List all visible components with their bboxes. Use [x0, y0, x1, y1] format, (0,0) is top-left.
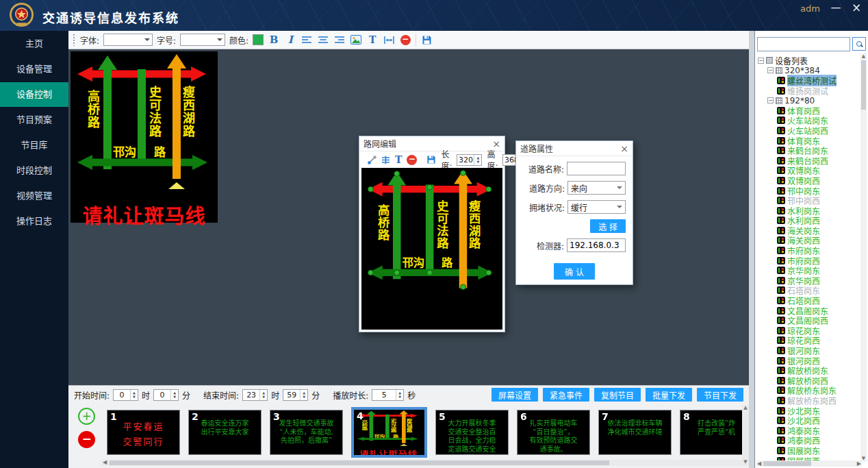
spinner-down-icon[interactable]: ▼: [303, 395, 305, 399]
color-swatch[interactable]: [253, 34, 264, 45]
dialog-titlebar[interactable]: 道路属性 ×: [516, 141, 633, 156]
close-icon[interactable]: ×: [620, 143, 628, 154]
tree-device-item[interactable]: 市府岗东: [756, 245, 860, 256]
tree-root-device-list[interactable]: −设备列表: [756, 56, 860, 66]
align-center-icon[interactable]: [317, 34, 329, 46]
spinner-down-icon[interactable]: ▼: [133, 395, 136, 399]
sidebar-item-1[interactable]: 设备管理: [0, 57, 68, 82]
tree-device-item[interactable]: 火车站岗东: [756, 116, 860, 126]
delete-element-icon[interactable]: −: [399, 34, 411, 46]
congestion-select[interactable]: 缓行: [567, 200, 626, 214]
tree-device-item[interactable]: 文昌阁岗东: [756, 306, 860, 316]
scroll-up-icon[interactable]: ▲: [743, 405, 747, 410]
remove-program-button[interactable]: −: [78, 431, 95, 448]
tree-device-item[interactable]: 邗中岗东: [756, 186, 860, 196]
tree-device-item[interactable]: 京华岗西: [756, 275, 860, 286]
playlist-item-7[interactable]: 7依法治理非标车辆净化城市交通环境: [598, 410, 672, 455]
tree-device-item[interactable]: 解放桥东岗东: [756, 386, 860, 396]
tree-device-item[interactable]: 琼花岗西: [756, 336, 860, 346]
scrollbar-thumb[interactable]: [763, 461, 811, 466]
workspace-vertical-scrollbar[interactable]: [749, 31, 754, 468]
insert-image-icon[interactable]: [350, 34, 362, 46]
save-icon[interactable]: [426, 153, 436, 166]
tree-device-item[interactable]: 体育岗东: [756, 136, 860, 146]
scroll-left-icon[interactable]: ◀: [757, 460, 761, 467]
tree-device-item[interactable]: 国展岗东: [756, 445, 860, 456]
scroll-down-icon[interactable]: ▼: [742, 459, 749, 465]
cross-road-icon[interactable]: [381, 153, 390, 166]
tree-group-192*80[interactable]: −192*80: [756, 95, 860, 106]
duration-spinner[interactable]: 5▲▼: [372, 389, 404, 401]
italic-button[interactable]: I: [284, 34, 296, 46]
logged-in-user[interactable]: adm: [800, 3, 820, 14]
spacing-icon[interactable]: [383, 34, 395, 46]
font-size-select[interactable]: [180, 34, 225, 46]
align-left-icon[interactable]: [301, 34, 313, 46]
tree-device-item[interactable]: 海关岗西: [756, 236, 860, 246]
editable-road-network[interactable]: 高桥路 史可法路 瘦西湖路 邗沟 路: [361, 168, 502, 330]
text-tool-button[interactable]: T: [366, 34, 379, 46]
dialog-titlebar[interactable]: 路网编辑 ×: [359, 136, 505, 151]
sidebar-item-2[interactable]: 设备控制: [0, 82, 68, 107]
tree-device-item[interactable]: 来鹤台岗西: [756, 156, 860, 166]
tree-device-item[interactable]: 石塔岗西: [756, 295, 860, 306]
scroll-right-icon[interactable]: ▶: [857, 460, 861, 467]
sidebar-item-0[interactable]: 主页: [0, 32, 68, 56]
tree-device-item[interactable]: 水利岗东: [756, 206, 860, 216]
tree-device-item[interactable]: 双博岗西: [756, 175, 860, 186]
action-button[interactable]: 紧急事件: [543, 388, 589, 402]
action-button[interactable]: 屏幕设置: [492, 388, 538, 402]
tree-horizontal-scrollbar[interactable]: ◀ ▶: [756, 460, 862, 467]
tree-device-item[interactable]: 沙北岗西: [756, 415, 860, 426]
playlist-item-5[interactable]: 5大力开展秋冬季交通安全整治百日会战，全力稳定道路交通安全形势！: [435, 410, 509, 455]
tree-device-item[interactable]: 鸿泰岗西: [756, 436, 860, 446]
tree-device-item[interactable]: 维扬岗测试: [756, 86, 860, 96]
tree-device-item[interactable]: 沙北岗东: [756, 406, 860, 416]
sidebar-item-5[interactable]: 时段控制: [0, 158, 68, 183]
confirm-button[interactable]: 确 认: [554, 263, 595, 280]
tree-expand-toggle[interactable]: −: [767, 97, 774, 103]
sidebar-item-7[interactable]: 操作日志: [0, 209, 68, 234]
toolbar-grip[interactable]: [73, 34, 76, 46]
end-minute-spinner[interactable]: 59▲▼: [283, 389, 308, 401]
delete-element-icon[interactable]: −: [407, 153, 417, 166]
tree-device-item[interactable]: 解放桥东岗西: [756, 395, 860, 406]
playlist-vertical-scrollbar[interactable]: ▲ ▼: [742, 405, 749, 465]
tree-device-item[interactable]: 火车站岗西: [756, 125, 860, 136]
playlist-horizontal-scrollbar[interactable]: ◀ ▶: [101, 460, 810, 466]
tree-device-item[interactable]: 水利岗西: [756, 216, 860, 226]
network-edit-canvas[interactable]: 高桥路 史可法路 瘦西湖路 邗沟 路: [361, 168, 502, 330]
draw-road-icon[interactable]: [368, 153, 376, 166]
spinner-down-icon[interactable]: ▼: [477, 160, 480, 164]
tree-device-item[interactable]: 螺丝湾桥测试: [756, 75, 860, 86]
save-icon[interactable]: [420, 34, 433, 46]
tree-device-item[interactable]: 鸿泰岗东: [756, 426, 860, 436]
tree-device-item[interactable]: 解放桥岗东: [756, 365, 860, 375]
action-button[interactable]: 批量下发: [646, 388, 692, 402]
bold-button[interactable]: B: [268, 34, 280, 46]
length-spinner[interactable]: 320 ▲▼: [457, 154, 482, 166]
playlist-item-3[interactable]: 3发生轻微交通事故“人未伤，车能动,先拍照，后撤离”: [270, 410, 343, 455]
sidebar-item-4[interactable]: 节目库: [0, 133, 68, 158]
tree-device-item[interactable]: 琼花岗东: [756, 325, 860, 336]
end-hour-spinner[interactable]: 23▲▼: [242, 389, 268, 401]
start-minute-spinner[interactable]: 0▲▼: [153, 389, 179, 401]
playlist-item-1[interactable]: 1平安春运交警同行: [107, 410, 180, 455]
font-family-select[interactable]: [103, 34, 153, 46]
scrollbar-thumb[interactable]: [861, 60, 866, 110]
tree-device-item[interactable]: 市府岗西: [756, 256, 860, 266]
playlist-item-6[interactable]: 6扎实开展电动车“百日整治”，有效预防道路交通事故。: [517, 410, 590, 455]
led-sign-preview[interactable]: 高桥路 史可法路 瘦西湖路 邗沟 路 请礼让斑马线: [71, 51, 218, 223]
detector-ip-input[interactable]: [567, 238, 626, 252]
tree-device-item[interactable]: 银河岗东: [756, 345, 860, 356]
sidebar-item-3[interactable]: 节目预案: [0, 108, 68, 132]
tree-device-item[interactable]: 石塔岗东: [756, 286, 860, 296]
device-search-input[interactable]: [757, 37, 850, 51]
playlist-item-4[interactable]: 4 高桥路 史可法路 瘦西湖路 邗沟 路 请礼让斑马线: [351, 407, 427, 458]
scroll-up-icon[interactable]: ▲: [862, 53, 865, 59]
tree-device-item[interactable]: 京华岗东: [756, 265, 860, 275]
scroll-left-icon[interactable]: ◀: [103, 459, 107, 465]
spinner-down-icon[interactable]: ▼: [398, 395, 401, 399]
text-tool-button[interactable]: T: [395, 153, 402, 166]
spinner-down-icon[interactable]: ▼: [173, 395, 176, 399]
